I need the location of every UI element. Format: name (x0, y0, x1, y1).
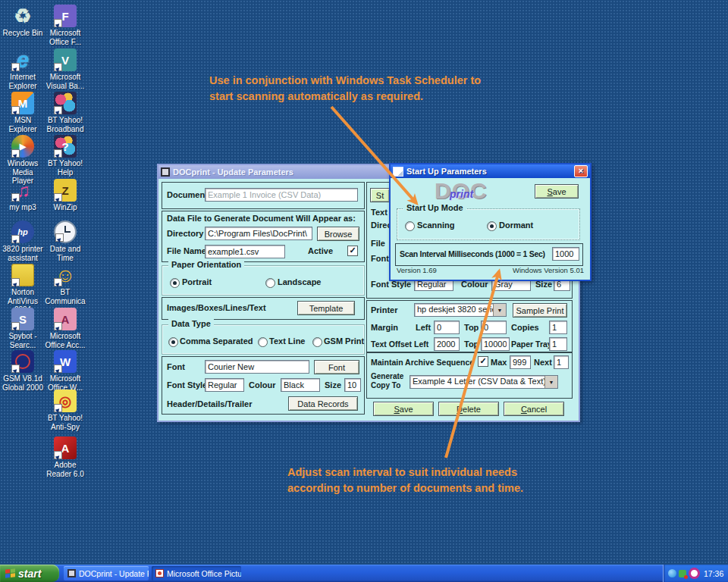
gsm-print-radio[interactable] (312, 337, 322, 347)
taskbar-clock: 17:36 (704, 569, 723, 578)
margin-top-field[interactable] (481, 321, 507, 334)
app-tray-icon[interactable] (689, 568, 700, 579)
shortcut-arrow-icon (11, 106, 20, 114)
desktop-icon-windows-media-player[interactable]: ▶ Windows Media Player (2, 135, 44, 186)
active-checkbox[interactable]: ✓ (347, 246, 358, 256)
desktop-icon-date-and-time[interactable]: Date and Time (44, 221, 86, 262)
paper-tray-field[interactable] (549, 337, 567, 351)
bt-yahoo-icon (54, 92, 77, 114)
desktop-icon-gsm-global[interactable]: GSM V8.1d Global 2000 (2, 350, 44, 392)
margin-top-label: Top (464, 323, 479, 332)
printer-dropdown[interactable]: hp deskjet 3820 series ▼ (414, 303, 507, 317)
bt-yahoo-help-icon: ? (54, 135, 77, 158)
taskbar-task-picture-manager[interactable]: Microsoft Office Pictu... (152, 566, 241, 580)
startup-button-partial[interactable]: St (370, 188, 390, 202)
save-button[interactable]: Save (373, 402, 434, 416)
close-icon[interactable]: × (574, 165, 588, 177)
start-up-mode-title: Start Up Mode (403, 203, 466, 212)
text-row-label: Text (371, 208, 388, 217)
desktop-icon-bt-communicator[interactable]: ☺ BT Communica... (44, 264, 86, 314)
desktop-icon-microsoft-visual-basic[interactable]: V Microsoft Visual Ba... (44, 48, 86, 90)
archive-checkbox[interactable]: ✓ (478, 356, 488, 367)
desktop-icon-recycle-bin[interactable]: ♻ Recycle Bin (2, 5, 44, 38)
gsm-print-label: GSM Print (324, 336, 364, 346)
desktop-icon-3820-printer-assistant[interactable]: hp 3820 printer assistant (2, 221, 44, 262)
generate-copy-to-dropdown[interactable]: Example 4 Letter (CSV Data & Text) ▼ (410, 375, 558, 389)
copies-field[interactable] (549, 321, 567, 334)
portrait-radio[interactable] (170, 278, 180, 288)
desktop-icon-microsoft-office-access[interactable]: A Microsoft Office Acc... (44, 308, 86, 349)
printer-box: Printer hp deskjet 3820 series ▼ Sample … (366, 300, 573, 353)
task-label: DOCprint - Update Pa... (79, 569, 149, 578)
desktop-icon-my-mp3[interactable]: ♫ my mp3 (2, 179, 44, 212)
docprint-task-icon (67, 569, 76, 577)
margin-left-label: Left (416, 323, 431, 332)
delete-button[interactable]: Delete (438, 402, 499, 416)
font-field[interactable] (205, 360, 309, 374)
text-offset-left-field[interactable] (434, 337, 460, 351)
font-button[interactable]: Font (314, 360, 359, 374)
next-field[interactable] (554, 355, 569, 369)
scan-interval-field[interactable] (552, 247, 579, 261)
paper-tray-label: Paper Tray (511, 340, 552, 349)
desktop-icon-bt-yahoo-broadband[interactable]: BT Yahoo! Broadband (44, 92, 86, 133)
file-name-label: File Name (167, 246, 206, 255)
antivirus-tray-icon[interactable] (679, 570, 686, 577)
taskbar-task-docprint[interactable]: DOCprint - Update Pa... (64, 566, 149, 580)
windows-logo-icon (5, 568, 15, 578)
dropdown-arrow-icon[interactable]: ▼ (493, 304, 506, 316)
document-field[interactable] (205, 188, 358, 202)
landscape-radio[interactable] (265, 278, 275, 288)
desktop-icon-bt-yahoo-help[interactable]: ? BT Yahoo! Help (44, 135, 86, 177)
check-mark-icon: ✓ (349, 246, 356, 255)
desktop-icon-norton-antivirus[interactable]: Norton AntiVirus 2004 (2, 264, 44, 314)
font-style-field[interactable] (205, 378, 244, 392)
text-offset-top-field[interactable] (481, 337, 510, 351)
desktop-icon-internet-explorer[interactable]: e Internet Explorer (2, 48, 44, 90)
recycle-bin-icon: ♻ (11, 5, 34, 27)
music-note-icon: ♫ (11, 179, 34, 202)
sample-print-button[interactable]: Sample Print (513, 303, 567, 318)
desktop-icon-spybot[interactable]: S Spybot - Searc... (2, 308, 44, 349)
template-button[interactable]: Template (297, 301, 355, 315)
bottom-annotation-line2: according to number of documents and tim… (287, 480, 523, 496)
directory-field[interactable] (205, 227, 312, 240)
images-label: Images/Boxes/Lines/Text (167, 303, 266, 312)
dormant-radio[interactable] (487, 221, 497, 231)
shortcut-arrow-icon (54, 278, 62, 286)
startup-title-bar[interactable]: Start Up Parameters × (391, 164, 590, 178)
browse-button[interactable]: Browse (317, 227, 359, 241)
max-field[interactable] (510, 355, 531, 369)
printer-value: hp deskjet 3820 series (415, 304, 493, 316)
startup-save-button[interactable]: Save (535, 184, 579, 199)
file-row-label: File (371, 239, 385, 248)
margin-left-field[interactable] (434, 321, 460, 334)
dropdown-arrow-icon[interactable]: ▼ (544, 376, 557, 388)
desktop-icon-microsoft-office-word[interactable]: W Microsoft Office W... (44, 350, 86, 392)
document-label: Document (167, 190, 208, 199)
file-name-field[interactable] (205, 245, 285, 258)
desktop-icon-microsoft-office-f[interactable]: F Microsoft Office F... (44, 5, 86, 46)
data-records-button[interactable]: Data Records (288, 396, 358, 411)
text-line-radio[interactable] (258, 337, 268, 347)
cancel-button[interactable]: Cancel (504, 402, 564, 416)
shortcut-arrow-icon (11, 235, 20, 243)
copies-label: Copies (511, 323, 539, 332)
colour-field[interactable] (281, 378, 320, 392)
msn-explorer-icon: M (11, 92, 34, 114)
office-access-icon: A (54, 308, 77, 330)
comma-separated-radio[interactable] (168, 337, 178, 347)
messenger-tray-icon[interactable] (668, 569, 676, 577)
shortcut-arrow-icon (54, 63, 62, 71)
desktop-icon-winzip[interactable]: Z WinZip (44, 179, 86, 212)
size-field[interactable] (344, 378, 361, 392)
desktop-icon-bt-yahoo-anti-spy[interactable]: ◎ BT Yahoo! Anti-Spy (44, 390, 86, 431)
shortcut-arrow-icon (54, 149, 62, 158)
start-button[interactable]: start (0, 565, 59, 582)
desktop-icon-adobe-reader[interactable]: A Adobe Reader 6.0 (44, 436, 86, 478)
header-details-trailer-label: Header/Details/Trailer (167, 399, 253, 408)
shortcut-arrow-icon (54, 106, 62, 114)
margin-label: Margin (371, 323, 398, 332)
desktop-icon-msn-explorer[interactable]: M MSN Explorer (2, 92, 44, 133)
scanning-radio[interactable] (405, 221, 415, 231)
